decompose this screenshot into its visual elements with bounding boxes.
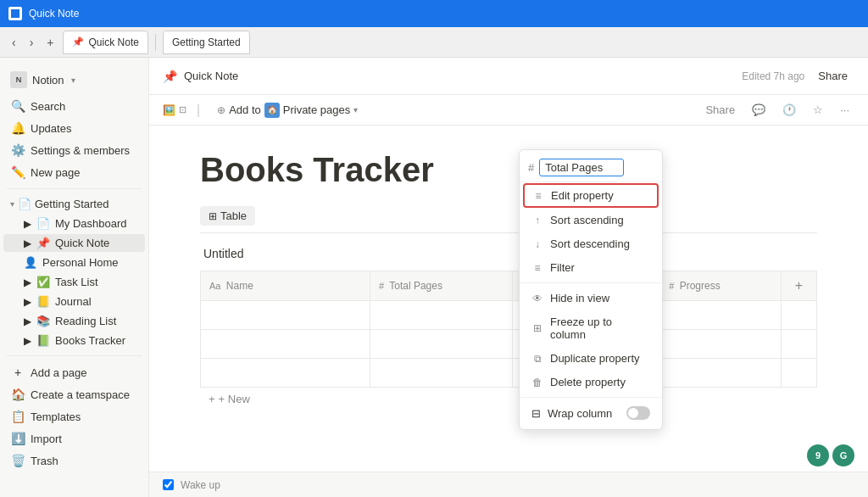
sidebar-item-books-tracker[interactable]: ▶ 📗 Books Tracker — [3, 332, 145, 349]
nav-back-button[interactable]: ‹ — [7, 32, 21, 53]
dropdown-item-filter[interactable]: ≡ Filter — [523, 256, 659, 279]
dropdown-hash-icon: # — [528, 161, 534, 174]
dropdown-item-delete-property[interactable]: 🗑 Delete property — [523, 371, 659, 394]
total-pages-col-icon: # — [379, 281, 384, 291]
breadcrumb-icon: 🖼️ — [163, 104, 175, 116]
wake-up-checkbox[interactable] — [163, 479, 174, 490]
add-column-button[interactable]: + — [790, 276, 808, 295]
new-row-button[interactable]: + + New — [200, 388, 259, 410]
cell-name-2[interactable] — [201, 330, 370, 359]
page-main: Books Tracker ⊞ Table Untitled Aa Name — [149, 126, 868, 497]
sidebar-label-updates: Updates — [31, 122, 71, 135]
cell-total-pages-1[interactable] — [370, 301, 513, 330]
updates-icon: 🔔 — [10, 121, 25, 135]
my-dashboard-doc-icon: 📄 — [36, 217, 50, 230]
cell-progress-1[interactable] — [660, 301, 781, 330]
page-title: Books Tracker — [200, 151, 817, 189]
sidebar-item-my-dashboard[interactable]: ▶ 📄 My Dashboard — [3, 215, 145, 232]
notion-header: 📌 Quick Note Edited 7h ago Share — [149, 58, 868, 95]
dropdown-item-freeze-up-to-column[interactable]: ⊞ Freeze up to column — [523, 310, 659, 346]
view-tabs: ⊞ Table — [200, 206, 817, 233]
dropdown-column-name-input[interactable] — [539, 159, 624, 176]
sidebar-label-search: Search — [31, 100, 65, 113]
nav-forward-button[interactable]: › — [25, 32, 39, 53]
sidebar-label-reading-list: Reading List — [55, 315, 116, 327]
workspace-chevron-icon: ▾ — [71, 75, 75, 85]
cell-total-pages-3[interactable] — [370, 359, 513, 388]
dropdown-item-duplicate-property[interactable]: ⧉ Duplicate property — [523, 347, 659, 370]
dropdown-label-sort-descending: Sort descending — [550, 237, 630, 250]
dropdown-item-sort-descending[interactable]: ↓ Sort descending — [523, 232, 659, 255]
col-total-pages-label: Total Pages — [389, 280, 442, 292]
more-button[interactable]: ··· — [835, 100, 854, 120]
sidebar-item-import[interactable]: ⬇️ Import — [3, 428, 145, 449]
dropdown-item-edit-property[interactable]: ≡ Edit property — [523, 183, 659, 208]
share-button[interactable]: Share — [700, 100, 740, 120]
header-page-icon: 📌 — [163, 70, 177, 83]
hide-icon: 👁 — [531, 293, 543, 304]
dropdown-item-sort-ascending[interactable]: ↑ Sort ascending — [523, 209, 659, 232]
tab-separator — [155, 34, 156, 51]
edit-property-icon: ≡ — [532, 190, 544, 202]
content-area: 📌 Quick Note Edited 7h ago Share 🖼️ ⊡ | … — [149, 58, 868, 497]
avatar-2[interactable]: G — [832, 444, 854, 466]
sidebar-label-journal: Journal — [55, 295, 92, 308]
star-button[interactable]: ☆ — [808, 100, 828, 120]
sidebar-item-search[interactable]: 🔍 Search — [3, 96, 145, 116]
cell-progress-2[interactable] — [660, 330, 781, 359]
tab-table[interactable]: ⊞ Table — [200, 206, 255, 226]
sidebar-item-personal-home[interactable]: 👤 Personal Home — [3, 254, 145, 271]
col-header-progress[interactable]: # Progress — [660, 271, 781, 301]
workspace-item[interactable]: N Notion ▾ — [3, 66, 145, 93]
quick-note-expand-icon: ▶ — [24, 237, 31, 249]
sidebar-label-import: Import — [31, 433, 62, 445]
sidebar-item-new-page[interactable]: ✏️ New page — [3, 162, 145, 182]
sidebar-item-templates[interactable]: 📋 Templates — [3, 406, 145, 427]
sidebar-item-journal[interactable]: ▶ 📒 Journal — [3, 293, 145, 310]
cell-total-pages-2[interactable] — [370, 330, 513, 359]
tab-quick-note[interactable]: 📌 Quick Note — [63, 31, 148, 54]
books-tracker-expand-icon: ▶ — [24, 335, 31, 347]
add-col-header[interactable]: + — [781, 271, 816, 301]
sidebar-item-trash[interactable]: 🗑️ Trash — [3, 450, 145, 471]
sidebar-item-updates[interactable]: 🔔 Updates — [3, 118, 145, 138]
dropdown-divider — [520, 282, 662, 283]
sidebar-item-add-page[interactable]: + Add a page — [3, 362, 145, 383]
sidebar-label-my-dashboard: My Dashboard — [55, 217, 127, 230]
col-header-name[interactable]: Aa Name — [201, 271, 370, 301]
toolbar-actions: Share 💬 🕐 ☆ ··· — [700, 100, 854, 120]
cell-name-3[interactable] — [201, 359, 370, 388]
dropdown-item-wrap-column[interactable]: ⊟ Wrap column — [523, 401, 659, 425]
cell-progress-3[interactable] — [660, 359, 781, 388]
sidebar-label-task-list: Task List — [55, 276, 98, 288]
cell-name-1[interactable] — [201, 301, 370, 330]
table-row — [201, 301, 817, 330]
private-pages-chevron-icon: ▾ — [353, 105, 358, 114]
tab-pin-icon: 📌 — [72, 36, 84, 47]
dropdown-label-hide: Hide in view — [550, 292, 609, 304]
clock-button[interactable]: 🕐 — [777, 100, 801, 120]
reading-list-book-icon: 📚 — [36, 315, 50, 327]
col-header-total-pages[interactable]: # Total Pages — [370, 271, 513, 301]
dropdown-label-duplicate: Duplicate property — [550, 352, 640, 365]
sidebar-item-reading-list[interactable]: ▶ 📚 Reading List — [3, 312, 145, 330]
header-share-button[interactable]: Share — [811, 66, 854, 86]
comment-button[interactable]: 💬 — [747, 100, 771, 120]
sidebar-item-task-list[interactable]: ▶ ✅ Task List — [3, 273, 145, 291]
section-getting-started[interactable]: ▾ 📄 Getting Started — [3, 196, 145, 212]
tab-gs-label: Getting Started — [172, 36, 241, 48]
add-to-icon: ⊕ — [217, 104, 225, 116]
avatar-1-label: 9 — [815, 450, 821, 461]
cell-extra-3 — [781, 359, 816, 388]
sidebar-item-quick-note[interactable]: ▶ 📌 Quick Note — [3, 234, 145, 252]
tab-getting-started[interactable]: Getting Started — [163, 31, 250, 54]
sidebar-item-settings[interactable]: ⚙️ Settings & members — [3, 140, 145, 160]
sidebar-item-create-teamspace[interactable]: 🏠 Create a teamspace — [3, 384, 145, 405]
dropdown-item-hide-in-view[interactable]: 👁 Hide in view — [523, 287, 659, 310]
avatar-1[interactable]: 9 — [807, 444, 829, 466]
wrap-column-toggle[interactable] — [626, 406, 650, 420]
dropdown-label-wrap: Wrap column — [548, 407, 612, 420]
nav-add-button[interactable]: + — [42, 32, 58, 53]
add-to-private-pages-button[interactable]: ⊕ Add to 🏠 Private pages ▾ — [210, 99, 364, 121]
breadcrumb: 🖼️ ⊡ — [163, 104, 186, 116]
